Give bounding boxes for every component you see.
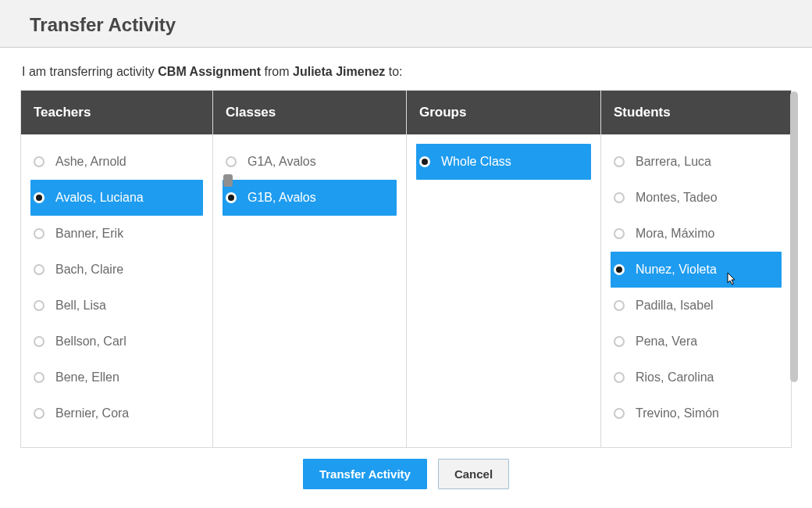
dialog-footer: Transfer Activity Cancel	[0, 448, 812, 491]
list-item[interactable]: Mora, Máximo	[611, 216, 782, 252]
column-teachers: Teachers Ashe, ArnoldAvalos, LucianaBann…	[21, 91, 213, 447]
teachers-scroll-thumb[interactable]	[223, 174, 233, 187]
list-item[interactable]: Barrera, Luca	[611, 144, 782, 180]
list-item-label: Whole Class	[441, 155, 511, 169]
radio-icon[interactable]	[34, 156, 45, 167]
radio-icon[interactable]	[614, 300, 625, 311]
page: Transfer Activity I am transferring acti…	[0, 0, 812, 508]
list-item-label: G1B, Avalos	[248, 191, 316, 205]
list-item-label: Avalos, Luciana	[55, 191, 144, 205]
list-item[interactable]: Trevino, Simón	[611, 395, 782, 431]
column-header-teachers: Teachers	[21, 91, 212, 134]
list-item-label: Montes, Tadeo	[636, 191, 718, 205]
transfer-button[interactable]: Transfer Activity	[303, 459, 427, 489]
list-item-label: Rios, Carolina	[636, 370, 714, 385]
column-classes: Classes G1A, AvalosG1B, Avalos	[213, 91, 407, 447]
list-item[interactable]: Nunez, Violeta	[611, 252, 782, 288]
list-item[interactable]: Pena, Vera	[611, 324, 782, 360]
cancel-button[interactable]: Cancel	[438, 459, 509, 489]
radio-icon[interactable]	[34, 264, 45, 275]
column-header-groups: Groups	[407, 91, 600, 134]
radio-icon[interactable]	[34, 372, 45, 383]
grid-wrap: Teachers Ashe, ArnoldAvalos, LucianaBann…	[20, 90, 792, 448]
list-item[interactable]: Ashe, Arnold	[30, 144, 203, 180]
radio-icon[interactable]	[34, 192, 45, 203]
radio-icon[interactable]	[614, 228, 625, 239]
activity-name: CBM Assignment	[158, 65, 261, 78]
list-item-label: Bene, Ellen	[55, 370, 119, 385]
list-item[interactable]: Bach, Claire	[30, 252, 203, 288]
page-title: Transfer Activity	[30, 14, 790, 36]
list-item-label: Nunez, Violeta	[636, 263, 717, 277]
radio-icon[interactable]	[419, 156, 430, 167]
list-item-label: Trevino, Simón	[636, 406, 719, 420]
list-item[interactable]: Whole Class	[416, 144, 591, 180]
radio-icon[interactable]	[614, 336, 625, 347]
students-list[interactable]: Barrera, LucaMontes, TadeoMora, MáximoNu…	[601, 134, 791, 447]
list-item[interactable]: Bellson, Carl	[30, 324, 203, 360]
list-item[interactable]: G1B, Avalos	[223, 180, 397, 216]
list-item-label: Padilla, Isabel	[636, 299, 714, 313]
list-item[interactable]: Avalos, Luciana	[30, 180, 203, 216]
radio-icon[interactable]	[34, 300, 45, 311]
list-item-label: Banner, Erik	[55, 227, 123, 241]
list-item-label: Pena, Vera	[636, 334, 697, 349]
column-students: Students Barrera, LucaMontes, TadeoMora,…	[601, 91, 791, 447]
scrollbar-thumb[interactable]	[790, 91, 798, 382]
list-item[interactable]: G1A, Avalos	[223, 144, 397, 180]
pointer-cursor-icon	[725, 272, 739, 288]
list-item[interactable]: Padilla, Isabel	[611, 288, 782, 324]
radio-icon[interactable]	[226, 192, 237, 203]
list-item[interactable]: Rios, Carolina	[611, 360, 782, 395]
list-item-label: Mora, Máximo	[636, 227, 714, 241]
radio-icon[interactable]	[34, 408, 45, 419]
teachers-list[interactable]: Ashe, ArnoldAvalos, LucianaBanner, ErikB…	[21, 134, 212, 447]
list-item[interactable]: Bernier, Cora	[30, 395, 203, 431]
list-item-label: Bach, Claire	[55, 263, 123, 277]
radio-icon[interactable]	[34, 228, 45, 239]
column-groups: Groups Whole Class	[407, 91, 601, 447]
radio-icon[interactable]	[614, 192, 625, 203]
sentence-mid: from	[261, 65, 293, 78]
list-item[interactable]: Montes, Tadeo	[611, 180, 782, 216]
dialog-header: Transfer Activity	[0, 0, 812, 48]
list-item-label: Bernier, Cora	[55, 406, 129, 420]
selection-grid: Teachers Ashe, ArnoldAvalos, LucianaBann…	[20, 90, 792, 448]
radio-icon[interactable]	[614, 264, 625, 275]
column-header-classes: Classes	[213, 91, 406, 134]
column-header-students: Students	[601, 91, 791, 134]
list-item-label: Bellson, Carl	[55, 334, 126, 349]
radio-icon[interactable]	[614, 372, 625, 383]
list-item[interactable]: Bell, Lisa	[30, 288, 203, 324]
list-item-label: G1A, Avalos	[248, 155, 316, 169]
from-name: Julieta Jimenez	[293, 65, 385, 78]
radio-icon[interactable]	[34, 336, 45, 347]
radio-icon[interactable]	[226, 156, 237, 167]
list-item-label: Barrera, Luca	[636, 155, 711, 169]
list-item[interactable]: Banner, Erik	[30, 216, 203, 252]
sentence-prefix: I am transferring activity	[22, 65, 158, 78]
grid-scrollbar[interactable]	[790, 91, 798, 446]
radio-icon[interactable]	[614, 408, 625, 419]
transfer-sentence: I am transferring activity CBM Assignmen…	[0, 48, 812, 90]
list-item-label: Ashe, Arnold	[55, 155, 126, 169]
list-item-label: Bell, Lisa	[55, 299, 106, 313]
sentence-suffix: to:	[385, 65, 402, 78]
groups-list[interactable]: Whole Class	[407, 134, 600, 447]
radio-icon[interactable]	[614, 156, 625, 167]
list-item[interactable]: Bene, Ellen	[30, 360, 203, 395]
classes-list[interactable]: G1A, AvalosG1B, Avalos	[213, 134, 406, 447]
